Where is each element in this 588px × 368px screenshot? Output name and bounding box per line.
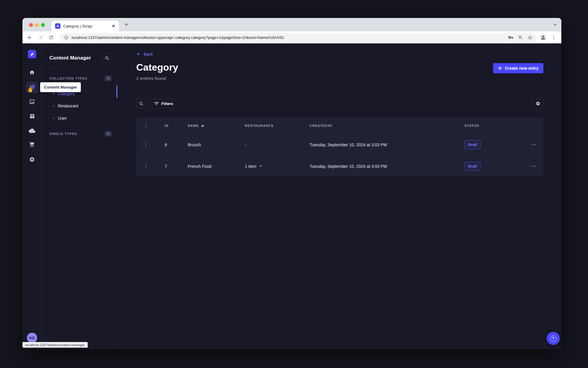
forward-nav-icon[interactable] xyxy=(37,34,44,41)
bookmark-star-icon[interactable] xyxy=(528,35,533,40)
home-nav-icon[interactable] xyxy=(26,66,38,78)
subnav-search-button[interactable] xyxy=(102,53,112,63)
entries-count-subtitle: 2 entries found xyxy=(136,76,543,81)
single-types-label: SINGLE TYPES xyxy=(49,132,77,136)
question-mark-icon: ? xyxy=(550,335,557,342)
gear-icon xyxy=(536,101,540,106)
sidebar-item-user[interactable]: User xyxy=(42,112,117,124)
row-actions-menu-icon[interactable] xyxy=(531,164,537,169)
back-nav-icon[interactable] xyxy=(26,34,33,41)
marketplace-cart-nav-icon[interactable] xyxy=(26,139,38,150)
sidebar-item-restaurant[interactable]: Restaurant xyxy=(42,100,117,112)
sidebar-item-label: Restaurant xyxy=(58,104,78,108)
main-content: Back Category Create new entry 2 entries… xyxy=(117,43,561,349)
reload-icon[interactable] xyxy=(48,34,54,41)
table-row[interactable]: 7 French Food 1 item Tuesday, September … xyxy=(136,155,543,177)
settings-gear-nav-icon[interactable] xyxy=(26,153,38,165)
column-header-createdat[interactable]: CREATEDAT xyxy=(300,124,455,127)
select-all-checkbox[interactable] xyxy=(146,123,146,128)
page-title: Category xyxy=(136,62,178,73)
search-icon xyxy=(139,101,143,106)
profile-avatar-icon[interactable] xyxy=(540,34,546,41)
traffic-lights xyxy=(29,23,45,27)
strapi-logo[interactable] xyxy=(28,50,36,58)
tab-search-chevron-icon[interactable] xyxy=(553,23,557,27)
column-header-status[interactable]: STATUS xyxy=(455,124,515,127)
row-actions-menu-icon[interactable] xyxy=(531,142,537,147)
table-header-row: ID NAME RESTAURANTS CREATEDAT STATUS xyxy=(136,117,543,134)
entries-table: ID NAME RESTAURANTS CREATEDAT STATUS 8 B… xyxy=(136,117,543,177)
row-checkbox[interactable] xyxy=(146,163,146,169)
filters-label: Filters xyxy=(161,101,173,106)
column-header-id[interactable]: ID xyxy=(155,124,178,127)
site-info-icon[interactable] xyxy=(64,35,69,40)
bullet-icon xyxy=(53,115,54,121)
cell-restaurants: - xyxy=(236,142,300,147)
strapi-app: KD Content Manager COLLECTION TYPES 3 xyxy=(22,43,561,349)
back-arrow-icon xyxy=(136,52,141,57)
back-label: Back xyxy=(144,52,153,57)
new-tab-button[interactable] xyxy=(123,22,130,28)
cell-name: Brunch xyxy=(178,142,236,147)
help-button[interactable]: ? xyxy=(547,332,560,345)
maximize-window-button[interactable] xyxy=(41,23,45,27)
link-status-bubble: localhost:1337/admin/content-manager xyxy=(22,342,88,348)
sidebar-item-label: User xyxy=(58,116,67,121)
cell-name: French Food xyxy=(178,164,236,169)
back-link[interactable]: Back xyxy=(136,52,153,57)
close-window-button[interactable] xyxy=(29,23,33,27)
subnav-title: Content Manager xyxy=(49,55,91,61)
search-icon xyxy=(105,56,109,60)
filter-lines-icon xyxy=(154,102,159,105)
status-badge: Draft xyxy=(464,140,481,149)
chevron-down-icon xyxy=(260,165,262,167)
cloud-nav-icon[interactable] xyxy=(26,125,38,137)
cell-id: 7 xyxy=(155,164,178,169)
media-library-nav-icon[interactable] xyxy=(26,96,38,108)
view-settings-gear-button[interactable] xyxy=(533,98,543,109)
status-badge: Draft xyxy=(464,162,481,171)
user-avatar[interactable]: KD xyxy=(27,333,37,343)
cell-createdat: Tuesday, September 10, 2024 at 3:03 PM xyxy=(300,142,455,147)
bullet-icon xyxy=(53,103,54,108)
url-text: localhost:1337/admin/content-manager/col… xyxy=(72,35,505,40)
browser-tab[interactable]: Category | Strapi xyxy=(51,21,119,31)
cell-id: 8 xyxy=(155,142,178,147)
password-key-icon[interactable] xyxy=(508,35,513,40)
column-header-name[interactable]: NAME xyxy=(178,124,236,127)
address-bar[interactable]: localhost:1337/admin/content-manager/col… xyxy=(60,33,537,42)
plus-icon xyxy=(498,66,502,70)
tab-close-icon[interactable] xyxy=(112,24,115,28)
content-type-builder-nav-icon[interactable] xyxy=(26,110,38,122)
collection-types-count-badge: 3 xyxy=(105,76,112,81)
tab-title: Category | Strapi xyxy=(63,24,109,28)
cell-restaurants[interactable]: 1 item xyxy=(236,164,300,169)
zoom-in-icon[interactable] xyxy=(518,35,523,40)
browser-menu-icon[interactable] xyxy=(551,35,556,40)
create-new-entry-button[interactable]: Create new entry xyxy=(493,63,543,73)
create-button-label: Create new entry xyxy=(505,66,539,71)
filters-button[interactable]: Filters xyxy=(149,99,178,108)
browser-toolbar: localhost:1337/admin/content-manager/col… xyxy=(22,31,561,43)
minimize-window-button[interactable] xyxy=(35,23,39,27)
browser-window: Category | Strapi localhost:1337/admin/c… xyxy=(22,18,561,349)
column-header-restaurants[interactable]: RESTAURANTS xyxy=(236,124,300,127)
cell-createdat: Tuesday, September 10, 2024 at 3:03 PM xyxy=(300,164,455,169)
content-manager-tooltip: Content Manager xyxy=(40,82,81,92)
table-row[interactable]: 8 Brunch - Tuesday, September 10, 2024 a… xyxy=(136,134,543,155)
row-checkbox[interactable] xyxy=(146,142,146,147)
tab-strip: Category | Strapi xyxy=(22,18,561,31)
collection-types-label: COLLECTION TYPES xyxy=(49,77,87,80)
table-search-button[interactable] xyxy=(136,99,146,108)
sort-ascending-icon xyxy=(201,125,204,127)
strapi-favicon-icon xyxy=(55,23,60,29)
single-types-count-badge: 0 xyxy=(105,131,112,136)
